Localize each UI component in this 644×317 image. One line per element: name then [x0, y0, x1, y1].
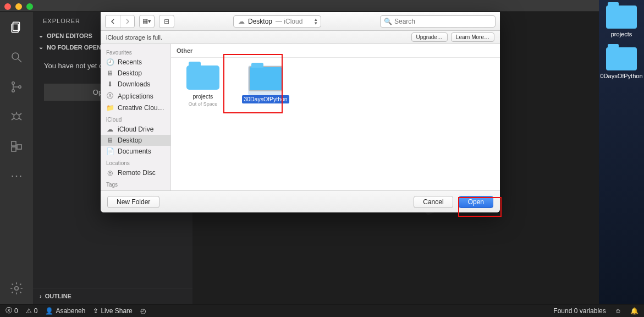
search-field[interactable]: 🔍	[380, 15, 496, 28]
desktop-icon: 🖥	[106, 69, 114, 77]
dialog-main: Other projects Out of Space 30DaysOfPyth…	[171, 44, 500, 190]
status-found-vars[interactable]: Found 0 variables	[553, 307, 606, 315]
nav-back-forward	[105, 15, 135, 28]
close-window-dot[interactable]	[4, 3, 11, 10]
sidebar-group-favourites: Favourites	[101, 46, 170, 57]
svg-line-9	[19, 113, 21, 115]
status-bar: ⓧ0 ⚠0 👤Asabeneh ⇪Live Share ◴ Found 0 va…	[0, 304, 644, 317]
sidebar-item-label: Documents	[118, 147, 151, 155]
status-warnings[interactable]: ⚠0	[26, 307, 38, 315]
dialog-footer: New Folder Cancel Open	[101, 190, 500, 212]
doc-icon: 📄	[106, 147, 114, 155]
maximize-window-dot[interactable]	[26, 3, 33, 10]
desktop-folder-30days[interactable]: 0DaysOfPython	[599, 47, 644, 79]
sidebar-group-tags: Tags	[101, 178, 170, 189]
settings-gear-icon[interactable]	[9, 281, 24, 296]
error-count: 0	[14, 307, 18, 315]
svg-line-8	[12, 113, 14, 115]
extensions-icon[interactable]	[9, 139, 24, 154]
folder-item-projects[interactable]: projects Out of Space	[181, 65, 225, 107]
view-mode-control: ▦▾	[139, 15, 155, 28]
user-name: Asabeneh	[56, 307, 85, 315]
cloud-icon: ☁︎	[238, 18, 245, 25]
nav-forward-button[interactable]	[120, 15, 134, 28]
new-folder-button[interactable]: New Folder	[107, 196, 159, 208]
clock-icon: 🕘	[106, 58, 114, 66]
svg-line-11	[19, 118, 21, 120]
debug-icon[interactable]	[9, 109, 24, 124]
warning-icon: ⚠	[26, 307, 32, 315]
folder-icon	[249, 67, 282, 91]
view-icon-button[interactable]: ▦▾	[140, 15, 154, 28]
status-clock[interactable]: ◴	[140, 307, 146, 315]
sidebar-item-label: Applications	[118, 92, 153, 100]
storage-banner: iCloud storage is full. Upgrade… Learn M…	[101, 31, 500, 44]
window-controls	[4, 3, 33, 10]
minimize-window-dot[interactable]	[15, 3, 22, 10]
sidebar-item-label: Creative Clou…	[118, 104, 164, 112]
learn-more-button[interactable]: Learn More…	[451, 32, 494, 42]
group-button[interactable]: ⊟	[159, 15, 174, 28]
sidebar-item-remote-disc[interactable]: ◎Remote Disc	[101, 167, 170, 178]
folder-label: 0DaysOfPython	[600, 73, 642, 79]
source-control-icon[interactable]	[9, 79, 24, 95]
location-sub: — iCloud	[276, 18, 302, 25]
smiley-icon[interactable]: ☺	[615, 307, 621, 315]
status-live-share[interactable]: ⇪Live Share	[93, 307, 132, 315]
title-bar	[0, 0, 644, 12]
sidebar-item-creative-cloud[interactable]: 📁Creative Clou…	[101, 102, 170, 113]
svg-rect-14	[12, 147, 16, 151]
svg-point-16	[15, 287, 19, 291]
open-file-dialog: ▦▾ ⊟ ☁︎ Desktop — iCloud ▴▾ 🔍 iCloud sto…	[101, 12, 500, 212]
sidebar-item-icloud-desktop[interactable]: 🖥Desktop	[101, 135, 170, 146]
sidebar-item-downloads[interactable]: ⬇︎Downloads	[101, 79, 170, 90]
share-icon: ⇪	[93, 307, 98, 315]
folder-item-30daysofpython[interactable]: 30DaysOfPython	[244, 65, 288, 107]
svg-rect-15	[17, 145, 21, 149]
explorer-icon[interactable]	[9, 20, 24, 35]
desktop-icon: 🖥	[106, 136, 114, 144]
outline-section[interactable]: ›OUTLINE	[33, 288, 192, 304]
sidebar-item-icloud-drive[interactable]: ☁︎iCloud Drive	[101, 124, 170, 135]
activity-bar: ⋯	[0, 12, 33, 304]
folder-icon	[606, 6, 637, 29]
desktop-folder-projects[interactable]: projects	[599, 6, 644, 37]
section-header: Other	[171, 44, 500, 58]
folder-icon	[186, 65, 219, 90]
search-icon: 🔍	[384, 18, 392, 25]
section-label: OUTLINE	[45, 293, 71, 299]
sidebar-group-locations: Locations	[101, 157, 170, 167]
chevron-down-icon: ⌄	[38, 43, 43, 51]
svg-rect-13	[12, 141, 16, 146]
status-user[interactable]: 👤Asabeneh	[45, 307, 85, 315]
sidebar-item-applications[interactable]: ⒶApplications	[101, 90, 170, 102]
search-icon[interactable]	[9, 50, 24, 65]
more-icon[interactable]: ⋯	[9, 168, 24, 184]
bell-icon[interactable]: 🔔	[630, 307, 639, 315]
location-dropdown[interactable]: ☁︎ Desktop — iCloud ▴▾	[233, 15, 321, 28]
dialog-toolbar: ▦▾ ⊟ ☁︎ Desktop — iCloud ▴▾ 🔍	[101, 12, 500, 31]
person-icon: 👤	[45, 307, 53, 315]
status-errors[interactable]: ⓧ0	[5, 306, 18, 315]
svg-point-5	[12, 90, 14, 92]
sidebar-item-desktop[interactable]: 🖥Desktop	[101, 68, 170, 79]
disc-icon: ◎	[106, 169, 114, 177]
updown-icon: ▴▾	[315, 18, 317, 25]
upgrade-button[interactable]: Upgrade…	[411, 32, 448, 42]
sidebar-item-documents[interactable]: 📄Documents	[101, 146, 170, 157]
svg-line-10	[12, 118, 14, 120]
sidebar-item-label: Desktop	[118, 69, 142, 77]
nav-back-button[interactable]	[106, 15, 120, 28]
group-control: ⊟	[159, 15, 174, 28]
sidebar-item-label: Remote Disc	[118, 169, 156, 177]
cloud-icon: ☁︎	[106, 125, 114, 133]
sidebar-item-recents[interactable]: 🕘Recents	[101, 57, 170, 68]
cancel-button[interactable]: Cancel	[414, 196, 453, 208]
dialog-sidebar: Favourites 🕘Recents 🖥Desktop ⬇︎Downloads…	[101, 44, 171, 190]
section-label: OPEN EDITORS	[47, 32, 92, 39]
folder-label: 30DaysOfPython	[242, 95, 289, 103]
search-input[interactable]	[394, 18, 492, 25]
chevron-right-icon: ›	[40, 293, 42, 299]
open-button[interactable]: Open	[459, 196, 493, 208]
warning-count: 0	[34, 307, 38, 315]
